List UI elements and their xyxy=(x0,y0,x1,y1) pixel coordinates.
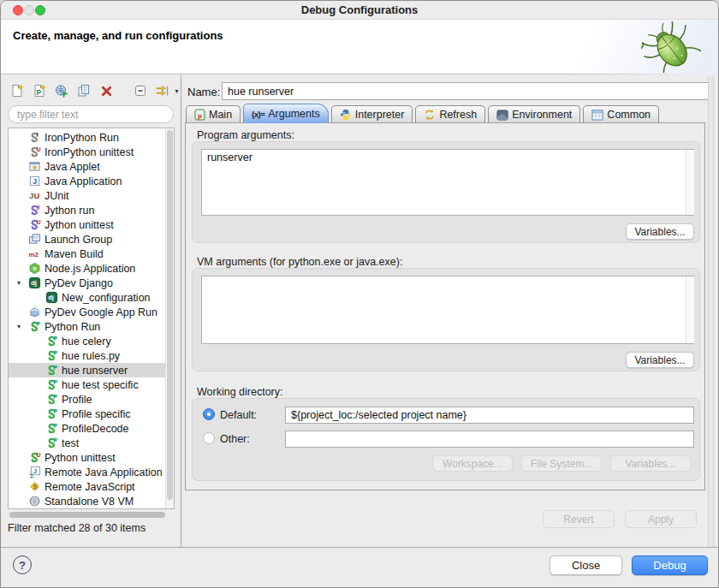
tree-item-label: Maven Build xyxy=(45,248,104,260)
tree-item-label: IronPython Run xyxy=(45,132,119,144)
tree-vertical-scrollbar[interactable] xyxy=(165,128,174,508)
tab-refresh[interactable]: Refresh xyxy=(415,105,485,123)
tree-item[interactable]: Phue test specific xyxy=(9,377,165,392)
svg-text:P: P xyxy=(53,394,57,400)
footer-divider xyxy=(1,547,718,548)
default-radio[interactable] xyxy=(203,408,215,420)
expand-twisty-icon[interactable]: ▾ xyxy=(17,323,28,330)
vm-arguments-textarea[interactable] xyxy=(201,276,694,344)
tree-item[interactable]: PProfile xyxy=(9,392,165,407)
program-arguments-variables-button[interactable]: Variables... xyxy=(626,223,694,240)
tree-item[interactable]: IIronPython Run xyxy=(9,130,165,145)
workspace-button[interactable]: Workspace... xyxy=(432,455,513,472)
tree-item-label: PyDev Google App Run xyxy=(45,306,157,318)
tree-item[interactable]: m2Maven Build xyxy=(9,246,165,261)
tree-item[interactable]: ▾PPython Run xyxy=(9,319,165,334)
tree-item[interactable]: JJava Application xyxy=(9,174,165,188)
tree-item[interactable]: Phue runserver xyxy=(9,363,165,377)
filter-input[interactable] xyxy=(8,105,174,123)
collapse-all-button[interactable] xyxy=(131,81,150,100)
default-directory-input[interactable] xyxy=(285,407,694,424)
interpreter-tab-icon xyxy=(340,109,352,121)
duplicate-button[interactable] xyxy=(74,81,93,100)
tree-item[interactable]: Ptest xyxy=(9,436,165,450)
tree-item[interactable]: ▾djPyDev Django xyxy=(9,276,165,290)
textarea-scrollbar-track[interactable] xyxy=(686,276,694,343)
svg-text:P: P xyxy=(53,408,57,414)
tree-item-label: hue rules.py xyxy=(62,350,120,362)
tree-item[interactable]: nNode.js Application xyxy=(9,261,165,276)
expand-twisty-icon[interactable]: ▾ xyxy=(17,279,28,287)
svg-text:J: J xyxy=(36,205,39,211)
tree-item-label: hue celery xyxy=(62,336,111,347)
revert-button[interactable]: Revert xyxy=(543,510,615,528)
tree-item-label: IronPython unittest xyxy=(45,146,134,158)
other-directory-input[interactable] xyxy=(285,431,694,448)
tree-item-label: JUnit xyxy=(45,190,68,202)
python-run-icon: P xyxy=(45,335,59,347)
apply-button[interactable]: Apply xyxy=(625,510,697,528)
tree-item-label: PyDev Django xyxy=(45,277,113,289)
export-config-icon xyxy=(55,84,68,98)
launch-group-icon xyxy=(28,233,42,246)
tree-item-label: Python Run xyxy=(45,321,100,333)
tree-item[interactable]: Phue rules.py xyxy=(9,348,165,363)
java-application-icon: J xyxy=(28,175,42,187)
environment-tab-icon xyxy=(496,110,508,121)
django-icon: dj xyxy=(28,276,42,289)
other-label: Other: xyxy=(220,433,250,445)
new-configuration-button[interactable] xyxy=(8,81,27,100)
other-radio[interactable] xyxy=(203,432,215,444)
tree-item[interactable]: Launch Group xyxy=(9,232,165,246)
tree-item[interactable]: SRemote JavaScript xyxy=(9,479,165,494)
right-panel-scrollbar[interactable] xyxy=(708,76,714,547)
tab-main[interactable]: pMain xyxy=(186,105,241,123)
config-tabs: pMain(x)=ArgumentsInterpreterRefreshEnvi… xyxy=(186,104,662,123)
python-run-icon: P xyxy=(45,378,59,391)
tree-item[interactable]: PProfileDecode xyxy=(9,421,165,436)
vm-arguments-variables-button[interactable]: Variables... xyxy=(626,352,694,368)
tree-item[interactable]: UIronPython unittest xyxy=(9,145,165,159)
new-prototype-button[interactable]: P xyxy=(30,81,49,100)
tree-item[interactable]: JRemote Java Application xyxy=(9,465,165,479)
tree-horizontal-scrollbar[interactable] xyxy=(8,512,175,519)
tree-item[interactable]: PProfile specific xyxy=(9,407,165,421)
name-input[interactable] xyxy=(222,82,710,100)
tree-item-label: hue runserver xyxy=(62,365,128,377)
tree-item[interactable]: JUJUnit xyxy=(9,188,165,203)
tree-item[interactable]: djNew_configuration xyxy=(9,290,165,305)
tree-item-label: Launch Group xyxy=(45,234,112,246)
program-arguments-textarea[interactable]: runserver xyxy=(201,149,694,216)
tab-common[interactable]: Common xyxy=(583,105,659,123)
tree-item[interactable]: Java Applet xyxy=(9,159,165,174)
file-system-button[interactable]: File System... xyxy=(521,455,602,472)
gae-icon xyxy=(28,306,42,318)
tree-item[interactable]: Standalone V8 VM xyxy=(9,494,165,508)
python-run-icon: P xyxy=(45,349,59,362)
name-label: Name: xyxy=(187,86,220,98)
vm-arguments-group: Variables... xyxy=(192,268,700,371)
textarea-scrollbar-track[interactable] xyxy=(686,150,694,215)
tab-arguments[interactable]: (x)=Arguments xyxy=(243,104,329,123)
close-button[interactable]: Close xyxy=(550,555,622,575)
tree-item[interactable]: UPython unittest xyxy=(9,450,165,465)
filter-button[interactable]: ▾ xyxy=(153,81,181,100)
svg-text:U: U xyxy=(36,219,40,225)
debug-button[interactable]: Debug xyxy=(632,555,708,575)
help-button[interactable]: ? xyxy=(13,555,32,574)
tree-item[interactable]: Phue celery xyxy=(9,334,165,348)
delete-button[interactable] xyxy=(97,81,116,100)
tab-interpreter[interactable]: Interpreter xyxy=(331,105,413,123)
collapse-all-icon xyxy=(134,84,147,98)
tab-label: Interpreter xyxy=(355,109,405,121)
tree-item[interactable]: PyDev Google App Run xyxy=(9,305,165,319)
tab-environment[interactable]: Environment xyxy=(488,105,580,123)
svg-text:m2: m2 xyxy=(28,251,39,258)
tree-item[interactable]: JJython run xyxy=(9,203,165,217)
tree-item[interactable]: UJython unittest xyxy=(9,217,165,232)
java-applet-icon xyxy=(28,160,42,173)
svg-text:P: P xyxy=(53,423,57,429)
tree-item-label: ProfileDecode xyxy=(62,423,129,435)
variables-button[interactable]: Variables... xyxy=(610,455,691,472)
export-configurations-button[interactable] xyxy=(52,81,71,100)
